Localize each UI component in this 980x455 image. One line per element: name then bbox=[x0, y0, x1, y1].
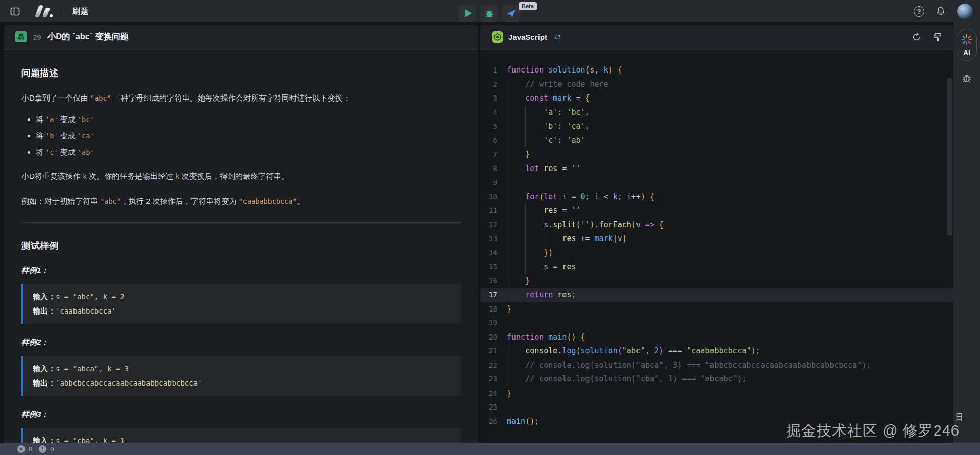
problem-panel: 易 29 小D的 `abc` 变换问题 问题描述 小D拿到了一个仅由 "abc"… bbox=[4, 25, 478, 443]
line-number: 7 bbox=[480, 148, 507, 162]
samples-heading: 测试样例 bbox=[21, 240, 461, 252]
line-number: 14 bbox=[480, 246, 507, 260]
code-line-6[interactable]: 6 'c': 'ab' bbox=[480, 134, 953, 148]
watermark-text: 掘金技术社区 @ 修罗246 bbox=[786, 422, 960, 439]
status-bar: ✕ 0 ! 0 bbox=[0, 443, 980, 455]
sample-output-row: 输出：'caababbcbcca' bbox=[33, 304, 452, 318]
debug-panel-icon[interactable] bbox=[961, 73, 972, 84]
play-icon bbox=[465, 9, 472, 17]
sample-2-label: 样例2： bbox=[21, 338, 461, 347]
repeat-paragraph: 小D将重复该操作 k 次。你的任务是输出经过 k 次变换后，得到的最终字符串。 bbox=[21, 170, 461, 182]
code-line-13[interactable]: 13 res += mark[v] bbox=[480, 232, 953, 246]
problem-title: 小D的 `abc` 变换问题 bbox=[47, 31, 129, 42]
line-number: 5 bbox=[480, 119, 507, 134]
problem-header: 易 29 小D的 `abc` 变换问题 bbox=[4, 25, 478, 50]
line-number: 23 bbox=[480, 372, 507, 387]
line-number: 12 bbox=[480, 218, 507, 232]
switch-language-icon[interactable]: ⇄ bbox=[554, 32, 561, 41]
code-line-24[interactable]: 24} bbox=[480, 387, 953, 401]
line-number: 21 bbox=[480, 344, 507, 358]
code-line-15[interactable]: 15 s = res bbox=[480, 260, 953, 274]
beta-badge: Beta bbox=[519, 2, 537, 10]
watermark-icon: 日 bbox=[955, 412, 964, 423]
language-label: JavaScript bbox=[508, 33, 547, 41]
code-line-10[interactable]: 10 for(let i = 0; i < k; i++) { bbox=[480, 190, 953, 204]
code-line-12[interactable]: 12 s.split('').forEach(v => { bbox=[480, 218, 953, 232]
sample-input-value: s = "cba", k = 1 bbox=[56, 437, 125, 443]
code-line-11[interactable]: 11 res = '' bbox=[480, 204, 953, 218]
code-line-22[interactable]: 22 // console.log(solution("abca", 3) ==… bbox=[480, 358, 953, 373]
line-number: 24 bbox=[480, 387, 507, 401]
line-number: 15 bbox=[480, 260, 507, 274]
run-button[interactable] bbox=[458, 5, 476, 22]
javascript-icon bbox=[492, 31, 503, 43]
code-line-1[interactable]: 1function solution(s, k) { bbox=[480, 63, 953, 78]
code-line-20[interactable]: 20function main() { bbox=[480, 330, 953, 345]
code-line-18[interactable]: 18} bbox=[480, 302, 953, 317]
sample-input-row: 输入：s = "abc", k = 2 bbox=[33, 290, 452, 304]
sample-output-value: 'abbcbccabccacaabcaababbcabbcbcca' bbox=[56, 379, 202, 387]
line-number: 22 bbox=[480, 358, 507, 373]
right-sidebar: AI bbox=[953, 22, 980, 443]
watermark: 掘金技术社区 @ 修罗246 日 bbox=[786, 421, 960, 441]
code-line-8[interactable]: 8 let res = '' bbox=[480, 162, 953, 176]
example-paragraph: 例如：对于初始字符串 "abc"，执行 2 次操作后，字符串将变为 "caaba… bbox=[21, 195, 461, 207]
line-number: 13 bbox=[480, 232, 507, 246]
difficulty-badge: 易 bbox=[15, 31, 27, 42]
app-logo-icon[interactable] bbox=[37, 5, 53, 17]
code-line-9[interactable]: 9 bbox=[480, 176, 953, 190]
code-line-16[interactable]: 16 } bbox=[480, 274, 953, 289]
notifications-bell-icon[interactable] bbox=[936, 6, 946, 16]
help-icon[interactable]: ? bbox=[914, 6, 924, 17]
code-line-21[interactable]: 21 console.log(solution("abc", 2) === "c… bbox=[480, 344, 953, 358]
sidebar-toggle-icon[interactable] bbox=[8, 5, 21, 18]
submit-button[interactable] bbox=[502, 5, 520, 22]
code-line-14[interactable]: 14 }) bbox=[480, 246, 953, 260]
code-line-4[interactable]: 4 'a': 'bc', bbox=[480, 106, 953, 120]
section-divider bbox=[21, 222, 461, 223]
description-heading: 问题描述 bbox=[21, 67, 461, 79]
line-number: 20 bbox=[480, 330, 507, 345]
debug-button[interactable] bbox=[480, 5, 498, 22]
warning-count: 0 bbox=[50, 445, 54, 453]
code-line-3[interactable]: 3 const mark = { bbox=[480, 91, 953, 106]
send-icon bbox=[506, 9, 516, 18]
topbar-left: 刷题 bbox=[0, 5, 89, 18]
list-item: 将 'b' 变成 'ca' bbox=[36, 131, 461, 141]
line-number: 9 bbox=[480, 176, 507, 190]
line-number: 6 bbox=[480, 134, 507, 148]
code-line-17[interactable]: 17 return res; bbox=[480, 288, 953, 302]
line-number: 1 bbox=[480, 63, 507, 78]
intro-paragraph: 小D拿到了一个仅由 "abc" 三种字母组成的字符串。她每次操作会对所有字符同时… bbox=[21, 92, 461, 104]
error-count: 0 bbox=[29, 445, 32, 453]
ai-sparkle-icon bbox=[960, 33, 973, 46]
sample-input-row: 输入：s = "abca", k = 3 bbox=[33, 362, 452, 376]
format-code-icon[interactable] bbox=[933, 32, 942, 42]
problem-description[interactable]: 问题描述 小D拿到了一个仅由 "abc" 三种字母组成的字符串。她每次操作会对所… bbox=[4, 50, 478, 443]
sample-output-row: 输出：'abbcbccabccacaabcaababbcabbcbcca' bbox=[33, 376, 452, 390]
code-line-25[interactable]: 25 bbox=[480, 400, 953, 415]
topbar-divider bbox=[65, 7, 65, 15]
errors-icon[interactable]: ✕ bbox=[17, 445, 25, 453]
ai-assistant-button[interactable]: AI bbox=[957, 29, 977, 61]
logo-dot bbox=[50, 14, 53, 17]
code-line-19[interactable]: 19 bbox=[480, 316, 953, 330]
code-line-2[interactable]: 2 // write code here bbox=[480, 78, 953, 92]
sample-input-row: 输入：s = "cba", k = 1 bbox=[33, 434, 452, 443]
line-number: 8 bbox=[480, 162, 507, 176]
scrollbar-thumb[interactable] bbox=[947, 78, 952, 236]
code-line-23[interactable]: 23 // console.log(solution("cba", 1) ===… bbox=[480, 372, 953, 387]
problem-number: 29 bbox=[33, 33, 41, 41]
user-avatar[interactable] bbox=[957, 4, 973, 19]
list-item: 将 'a' 变成 'bc' bbox=[36, 115, 461, 125]
warnings-icon[interactable]: ! bbox=[39, 445, 46, 453]
code-line-5[interactable]: 5 'b': 'ca', bbox=[480, 119, 953, 134]
line-number: 19 bbox=[480, 316, 507, 330]
code-editor[interactable]: 1function solution(s, k) {2 // write cod… bbox=[480, 50, 953, 443]
line-number: 16 bbox=[480, 274, 507, 289]
code-line-7[interactable]: 7 } bbox=[480, 148, 953, 162]
app-root: { "topbar": { "app_name": "刷题", "beta_la… bbox=[0, 0, 980, 455]
reset-code-icon[interactable] bbox=[912, 32, 921, 42]
editor-actions bbox=[912, 32, 942, 42]
editor-scrollbar[interactable] bbox=[947, 78, 952, 440]
